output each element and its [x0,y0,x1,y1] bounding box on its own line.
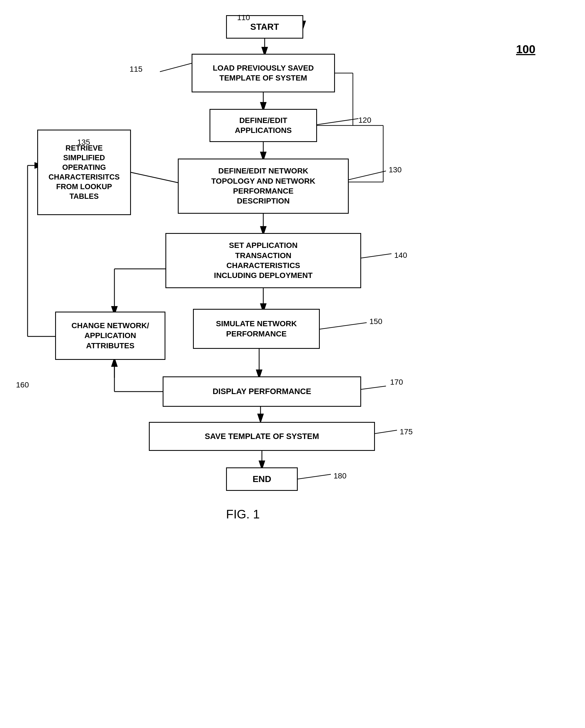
save-box: SAVE TEMPLATE OF SYSTEM [149,422,375,451]
ref-115: 115 [130,65,142,74]
display-box: DISPLAY PERFORMANCE [163,376,361,407]
end-box: END [226,467,298,491]
ref-150: 150 [369,317,382,326]
define-apps-box: DEFINE/EDITAPPLICATIONS [210,109,317,142]
svg-line-7 [312,119,358,126]
diagram-number: 100 [516,43,535,56]
ref-110: 110 [237,13,250,22]
ref-160: 160 [16,381,29,389]
ref-135: 135 [77,138,90,147]
ref-180: 180 [334,471,347,480]
load-box: LOAD PREVIOUSLY SAVEDTEMPLATE OF SYSTEM [192,54,335,93]
simulate-box: SIMULATE NETWORKPERFORMANCE [193,309,320,349]
ref-175: 175 [400,427,413,436]
ref-140: 140 [394,251,407,260]
ref-120: 120 [358,116,371,125]
fig-label: FIG. 1 [226,508,260,521]
diagram-container: START LOAD PREVIOUSLY SAVEDTEMPLATE OF S… [0,0,585,728]
change-network-box: CHANGE NETWORK/APPLICATIONATTRIBUTES [55,312,165,360]
ref-170: 170 [390,378,403,387]
define-network-box: DEFINE/EDIT NETWORKTOPOLOGY AND NETWORKP… [178,159,349,214]
ref-130: 130 [389,165,402,174]
svg-line-18 [317,323,367,330]
set-app-box: SET APPLICATIONTRANSACTIONCHARACTERISTIC… [165,233,361,288]
svg-line-27 [292,474,331,480]
